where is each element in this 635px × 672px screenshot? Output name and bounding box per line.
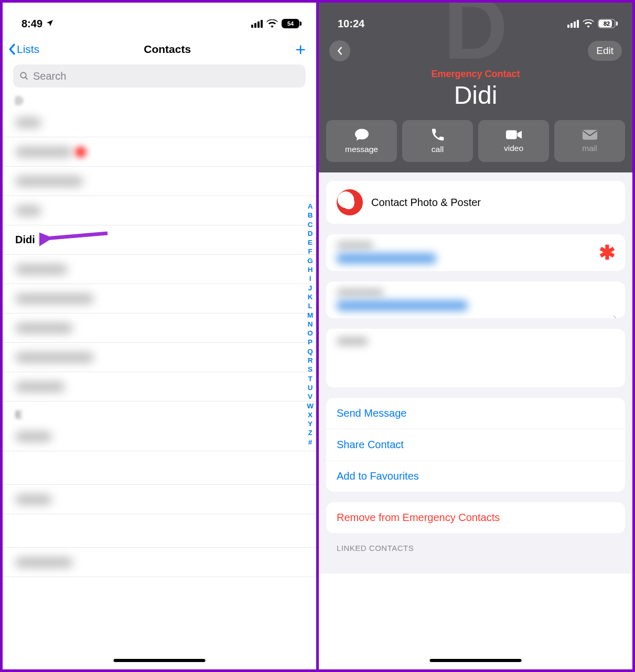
phone-icon [431, 128, 445, 142]
index-letter[interactable]: T [308, 374, 313, 383]
contact-display-name: Didi [319, 81, 632, 110]
contact-header: D 10:24 82 Edit Emergency Contact Didi [319, 3, 632, 172]
section-header-d: D [3, 91, 316, 108]
add-contact-button[interactable]: + [295, 40, 306, 58]
index-letter[interactable]: G [307, 256, 313, 265]
share-contact-button[interactable]: Share Contact [326, 429, 625, 461]
status-bar: 8:49 54 [3, 3, 316, 35]
index-letter[interactable]: X [308, 410, 313, 419]
index-letter[interactable]: N [308, 320, 313, 329]
index-letter[interactable]: R [308, 356, 313, 365]
index-letter[interactable]: F [308, 247, 313, 256]
list-item[interactable] [3, 196, 316, 225]
contacts-list-screen: 8:49 54 Lists Contacts + Search D Di [3, 3, 316, 669]
index-letter[interactable]: S [308, 365, 313, 374]
index-letter[interactable]: E [308, 238, 313, 247]
notes-field[interactable] [326, 329, 625, 387]
location-arrow-icon [46, 18, 54, 30]
section-header-e: E [3, 405, 316, 422]
index-letter[interactable]: I [309, 274, 311, 283]
index-letter[interactable]: H [308, 265, 313, 274]
back-button[interactable]: Lists [8, 43, 39, 56]
list-item[interactable] [3, 284, 316, 313]
index-letter[interactable]: L [308, 301, 313, 310]
contact-name: Didi [15, 234, 35, 246]
back-button[interactable] [329, 40, 350, 61]
index-letter[interactable]: P [308, 338, 313, 346]
wifi-icon [266, 19, 278, 28]
contact-avatar [337, 189, 363, 215]
alphabet-index[interactable]: ABCDEFGHIJKLMNOPQRSTUVWXYZ# [307, 202, 314, 447]
home-indicator[interactable] [114, 659, 206, 662]
photo-poster-label: Contact Photo & Poster [371, 197, 481, 209]
back-label: Lists [17, 43, 39, 56]
mail-button: mail [554, 120, 625, 162]
list-item[interactable] [3, 108, 316, 137]
call-button[interactable]: call [402, 120, 473, 162]
search-placeholder: Search [33, 70, 66, 82]
search-icon [19, 71, 29, 81]
list-item[interactable] [3, 548, 316, 577]
index-letter[interactable]: O [307, 329, 313, 338]
nav-bar: Lists Contacts + [3, 35, 316, 62]
chevron-right-icon: › [613, 311, 617, 318]
cellular-signal-icon [567, 20, 579, 28]
video-icon [505, 129, 522, 140]
index-letter[interactable]: V [308, 392, 313, 401]
index-letter[interactable]: Z [308, 428, 313, 437]
send-message-button[interactable]: Send Message [326, 398, 625, 429]
battery-icon: 82 [598, 19, 618, 28]
list-item[interactable] [3, 485, 316, 514]
list-item[interactable] [3, 514, 316, 548]
list-item[interactable] [3, 167, 316, 196]
list-item[interactable] [3, 313, 316, 343]
emergency-star-icon: ✱ [599, 241, 616, 264]
index-letter[interactable]: J [308, 284, 313, 292]
svg-line-1 [25, 77, 27, 79]
list-item[interactable] [3, 137, 316, 167]
chevron-left-icon [337, 46, 343, 56]
svg-rect-4 [582, 130, 597, 140]
index-letter[interactable]: C [308, 220, 313, 229]
index-letter[interactable]: Y [308, 419, 313, 428]
message-button[interactable]: message [326, 120, 397, 162]
index-letter[interactable]: D [308, 229, 313, 238]
list-item[interactable] [3, 422, 316, 451]
home-indicator[interactable] [430, 659, 522, 662]
status-time: 10:24 [338, 18, 364, 30]
svg-rect-3 [505, 131, 516, 139]
page-title: Contacts [144, 43, 191, 56]
index-letter[interactable]: M [307, 311, 313, 320]
index-letter[interactable]: A [308, 202, 313, 211]
wifi-icon [583, 19, 594, 28]
chevron-left-icon [8, 44, 16, 55]
status-time: 8:49 [21, 18, 42, 30]
cellular-signal-icon [251, 20, 263, 28]
avatar-initial: D [444, 3, 508, 79]
search-input[interactable]: Search [13, 64, 306, 88]
message-icon [354, 128, 370, 142]
list-item[interactable] [3, 255, 316, 284]
mail-icon [582, 129, 598, 140]
list-item[interactable] [3, 451, 316, 485]
linked-contacts-label: LINKED CONTACTS [326, 544, 625, 552]
video-button[interactable]: video [478, 120, 549, 162]
list-item[interactable] [3, 372, 316, 402]
index-letter[interactable]: # [308, 438, 313, 447]
contact-row-didi[interactable]: Didi [3, 225, 316, 255]
edit-button[interactable]: Edit [588, 41, 622, 61]
index-letter[interactable]: Q [307, 347, 313, 356]
index-letter[interactable]: U [308, 383, 313, 392]
list-item[interactable] [3, 343, 316, 372]
index-letter[interactable]: W [307, 402, 314, 410]
contact-detail-screen: D 10:24 82 Edit Emergency Contact Didi [316, 3, 632, 669]
add-to-favourites-button[interactable]: Add to Favourites [326, 461, 625, 492]
remove-emergency-button[interactable]: Remove from Emergency Contacts [326, 502, 625, 533]
index-letter[interactable]: K [308, 292, 313, 301]
phone-field[interactable]: ✱ [326, 234, 625, 271]
index-letter[interactable]: B [308, 211, 313, 220]
battery-icon: 54 [282, 19, 302, 28]
photo-poster-card[interactable]: Contact Photo & Poster [326, 181, 625, 224]
address-field[interactable]: › [326, 281, 625, 318]
